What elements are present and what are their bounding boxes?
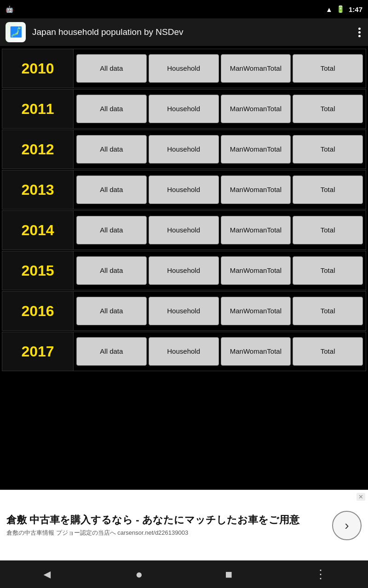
dot1 bbox=[358, 28, 361, 30]
household-btn-2014[interactable]: Household bbox=[149, 216, 219, 244]
wifi-icon: ▲ bbox=[326, 6, 333, 13]
household-btn-2017[interactable]: Household bbox=[149, 337, 219, 366]
year-label-2012: 2012 bbox=[2, 130, 74, 169]
total-btn-2011[interactable]: Total bbox=[293, 95, 363, 123]
total-btn-2017[interactable]: Total bbox=[293, 337, 363, 366]
manwomantotal-btn-2011[interactable]: ManWomanTotal bbox=[221, 95, 291, 123]
manwomantotal-btn-2014[interactable]: ManWomanTotal bbox=[221, 216, 291, 244]
status-bar: 🤖 ▲ 🔋 1:47 bbox=[0, 0, 368, 18]
household-btn-2012[interactable]: Household bbox=[149, 135, 219, 164]
home-button[interactable]: ● bbox=[136, 567, 143, 582]
title-bar: 🗾 Japan household population by NSDev bbox=[0, 18, 368, 46]
bottom-nav: ◄ ● ■ ⋮ bbox=[0, 560, 368, 588]
buttons-2013: All data Household ManWomanTotal Total bbox=[74, 170, 366, 209]
ad-close-icon[interactable]: ✕ bbox=[356, 493, 365, 501]
manwomantotal-btn-2017[interactable]: ManWomanTotal bbox=[221, 337, 291, 366]
row-2012: 2012 All data Household ManWomanTotal To… bbox=[2, 130, 366, 169]
ad-arrow-icon: › bbox=[345, 518, 349, 533]
dot3 bbox=[358, 35, 361, 37]
buttons-2016: All data Household ManWomanTotal Total bbox=[74, 292, 366, 330]
alldata-btn-2011[interactable]: All data bbox=[76, 95, 147, 123]
row-2010: 2010 All data Household ManWomanTotal To… bbox=[2, 49, 366, 88]
household-btn-2010[interactable]: Household bbox=[149, 54, 219, 83]
year-list: 2010 All data Household ManWomanTotal To… bbox=[0, 46, 368, 374]
recents-button[interactable]: ■ bbox=[225, 567, 232, 582]
overflow-button[interactable]: ⋮ bbox=[315, 567, 327, 582]
buttons-2015: All data Household ManWomanTotal Total bbox=[74, 251, 366, 290]
ad-banner: ✕ 倉敷 中古車を購入するなら - あなたにマッチしたお車をご用意 倉敷の中古車… bbox=[0, 490, 368, 560]
ad-arrow-button[interactable]: › bbox=[332, 511, 362, 540]
manwomantotal-btn-2013[interactable]: ManWomanTotal bbox=[221, 175, 291, 204]
dot2 bbox=[358, 31, 361, 34]
manwomantotal-btn-2015[interactable]: ManWomanTotal bbox=[221, 256, 291, 285]
total-btn-2010[interactable]: Total bbox=[293, 54, 363, 83]
row-2016: 2016 All data Household ManWomanTotal To… bbox=[2, 291, 366, 331]
back-button[interactable]: ◄ bbox=[41, 567, 53, 582]
total-btn-2015[interactable]: Total bbox=[293, 256, 363, 285]
menu-button[interactable] bbox=[356, 26, 362, 39]
row-2014: 2014 All data Household ManWomanTotal To… bbox=[2, 210, 366, 250]
alldata-btn-2010[interactable]: All data bbox=[76, 54, 147, 83]
ad-subtitle: 倉敷の中古車情報 プジョー認定の当店へ carsensor.net/d22613… bbox=[6, 529, 326, 537]
battery-icon: 🔋 bbox=[336, 5, 345, 13]
manwomantotal-btn-2012[interactable]: ManWomanTotal bbox=[221, 135, 291, 164]
buttons-2017: All data Household ManWomanTotal Total bbox=[74, 332, 366, 371]
buttons-2010: All data Household ManWomanTotal Total bbox=[74, 49, 366, 88]
app-icon-emoji: 🗾 bbox=[10, 26, 22, 38]
manwomantotal-btn-2010[interactable]: ManWomanTotal bbox=[221, 54, 291, 83]
household-btn-2011[interactable]: Household bbox=[149, 95, 219, 123]
ad-title: 倉敷 中古車を購入するなら - あなたにマッチしたお車をご用意 bbox=[6, 514, 326, 527]
total-btn-2012[interactable]: Total bbox=[293, 135, 363, 164]
row-2015: 2015 All data Household ManWomanTotal To… bbox=[2, 251, 366, 290]
alldata-btn-2017[interactable]: All data bbox=[76, 337, 147, 366]
household-btn-2016[interactable]: Household bbox=[149, 297, 219, 325]
total-btn-2016[interactable]: Total bbox=[293, 297, 363, 325]
manwomantotal-btn-2016[interactable]: ManWomanTotal bbox=[221, 297, 291, 325]
buttons-2014: All data Household ManWomanTotal Total bbox=[74, 211, 366, 249]
household-btn-2015[interactable]: Household bbox=[149, 256, 219, 285]
year-label-2011: 2011 bbox=[2, 90, 74, 128]
household-btn-2013[interactable]: Household bbox=[149, 175, 219, 204]
android-icon: 🤖 bbox=[6, 6, 13, 13]
time-display: 1:47 bbox=[349, 6, 362, 13]
year-label-2014: 2014 bbox=[2, 211, 74, 249]
status-left: 🤖 bbox=[6, 6, 13, 13]
row-2011: 2011 All data Household ManWomanTotal To… bbox=[2, 89, 366, 129]
row-2017: 2017 All data Household ManWomanTotal To… bbox=[2, 332, 366, 371]
total-btn-2014[interactable]: Total bbox=[293, 216, 363, 244]
ad-text-block: 倉敷 中古車を購入するなら - あなたにマッチしたお車をご用意 倉敷の中古車情報… bbox=[6, 514, 326, 537]
alldata-btn-2015[interactable]: All data bbox=[76, 256, 147, 285]
app-title: Japan household population by NSDev bbox=[32, 27, 350, 37]
row-2013: 2013 All data Household ManWomanTotal To… bbox=[2, 170, 366, 209]
year-label-2016: 2016 bbox=[2, 292, 74, 330]
buttons-2012: All data Household ManWomanTotal Total bbox=[74, 130, 366, 169]
total-btn-2013[interactable]: Total bbox=[293, 175, 363, 204]
alldata-btn-2012[interactable]: All data bbox=[76, 135, 147, 164]
year-label-2010: 2010 bbox=[2, 49, 74, 88]
year-label-2015: 2015 bbox=[2, 251, 74, 290]
status-right: ▲ 🔋 1:47 bbox=[326, 5, 362, 13]
alldata-btn-2016[interactable]: All data bbox=[76, 297, 147, 325]
year-label-2013: 2013 bbox=[2, 170, 74, 209]
alldata-btn-2013[interactable]: All data bbox=[76, 175, 147, 204]
app-icon: 🗾 bbox=[6, 22, 26, 42]
buttons-2011: All data Household ManWomanTotal Total bbox=[74, 90, 366, 128]
alldata-btn-2014[interactable]: All data bbox=[76, 216, 147, 244]
year-label-2017: 2017 bbox=[2, 332, 74, 371]
